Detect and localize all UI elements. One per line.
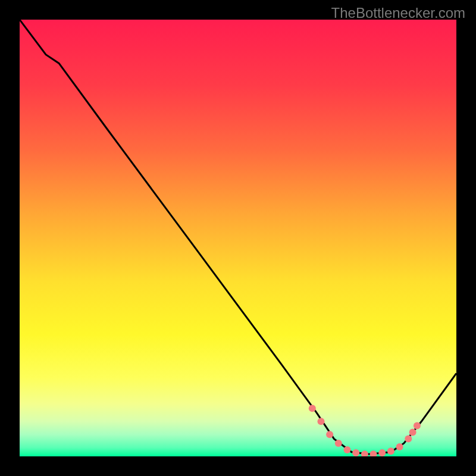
watermark-text: TheBottlenecker.com (331, 5, 465, 21)
highlight-dot (409, 429, 416, 436)
highlight-dot (326, 431, 333, 438)
highlight-dot (405, 436, 412, 443)
highlight-dot (309, 405, 316, 412)
chart-container (20, 20, 456, 456)
highlight-dot (318, 418, 325, 425)
highlight-dots (309, 405, 421, 456)
highlight-dot (370, 450, 377, 456)
highlight-dot (378, 449, 386, 456)
bottleneck-curve (20, 20, 456, 454)
highlight-dot (352, 449, 359, 456)
highlight-dot (361, 450, 368, 456)
highlight-dot (396, 443, 403, 450)
highlight-dot (344, 446, 351, 453)
highlight-dot (387, 447, 394, 455)
curve-overlay (20, 20, 456, 456)
highlight-dot (335, 440, 342, 447)
highlight-dot (414, 422, 421, 430)
